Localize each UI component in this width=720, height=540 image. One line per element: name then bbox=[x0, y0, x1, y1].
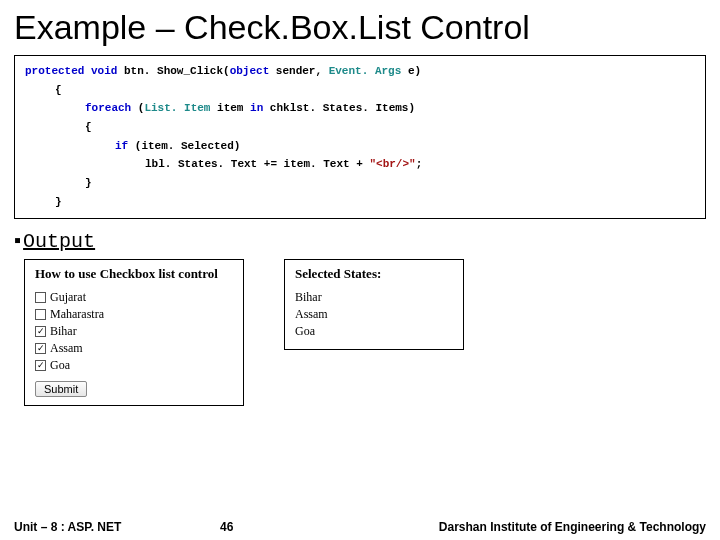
code-text: btn. Show_Click( bbox=[117, 65, 229, 77]
code-text: ; bbox=[416, 158, 423, 170]
code-text: item bbox=[210, 102, 250, 114]
footer-page-number: 46 bbox=[220, 520, 233, 534]
checkbox-row: ✓ Bihar bbox=[35, 324, 233, 339]
submit-button[interactable]: Submit bbox=[35, 381, 87, 397]
selected-states-panel: Selected States: Bihar Assam Goa bbox=[284, 259, 464, 350]
checkbox-icon[interactable]: ✓ bbox=[35, 360, 46, 371]
checkbox-row: Maharastra bbox=[35, 307, 233, 322]
code-text: e) bbox=[401, 65, 421, 77]
checkbox-label: Assam bbox=[50, 341, 83, 356]
checkbox-row: ✓ Goa bbox=[35, 358, 233, 373]
footer-left: Unit – 8 : ASP. NET bbox=[14, 520, 121, 534]
slide-title: Example – Check.Box.List Control bbox=[0, 0, 720, 53]
code-text: ( bbox=[131, 102, 144, 114]
code-type: List. Item bbox=[144, 102, 210, 114]
checkbox-icon[interactable] bbox=[35, 309, 46, 320]
code-keyword: protected void bbox=[25, 65, 117, 77]
code-text: { bbox=[25, 81, 695, 100]
checkbox-icon[interactable]: ✓ bbox=[35, 343, 46, 354]
code-text: } bbox=[25, 193, 695, 212]
selected-item: Assam bbox=[295, 307, 453, 322]
code-text: lbl. States. Text += item. Text + bbox=[145, 158, 369, 170]
code-keyword: foreach bbox=[85, 102, 131, 114]
slide-footer: Unit – 8 : ASP. NET 46 Darshan Institute… bbox=[0, 520, 720, 534]
code-text: (item. Selected) bbox=[128, 140, 240, 152]
checkbox-label: Bihar bbox=[50, 324, 77, 339]
code-keyword: in bbox=[250, 102, 263, 114]
selected-item: Goa bbox=[295, 324, 453, 339]
checkbox-label: Gujarat bbox=[50, 290, 86, 305]
checkbox-icon[interactable]: ✓ bbox=[35, 326, 46, 337]
panel-title: How to use Checkbox list control bbox=[35, 266, 233, 282]
output-panels: How to use Checkbox list control Gujarat… bbox=[24, 259, 696, 406]
checkbox-row: ✓ Assam bbox=[35, 341, 233, 356]
code-keyword: object bbox=[230, 65, 270, 77]
code-keyword: if bbox=[115, 140, 128, 152]
code-text: chklst. States. Items) bbox=[263, 102, 415, 114]
checkbox-list-panel: How to use Checkbox list control Gujarat… bbox=[24, 259, 244, 406]
code-text: } bbox=[25, 174, 695, 193]
selected-item: Bihar bbox=[295, 290, 453, 305]
panel-title: Selected States: bbox=[295, 266, 453, 282]
output-heading: Output bbox=[14, 229, 706, 253]
checkbox-label: Goa bbox=[50, 358, 70, 373]
code-text: sender, bbox=[269, 65, 328, 77]
checkbox-icon[interactable] bbox=[35, 292, 46, 303]
code-type: Event. Args bbox=[329, 65, 402, 77]
code-text: { bbox=[25, 118, 695, 137]
checkbox-row: Gujarat bbox=[35, 290, 233, 305]
footer-right: Darshan Institute of Engineering & Techn… bbox=[439, 520, 706, 534]
checkbox-label: Maharastra bbox=[50, 307, 104, 322]
code-string: "<br/>" bbox=[369, 158, 415, 170]
code-block: protected void btn. Show_Click(object se… bbox=[14, 55, 706, 219]
